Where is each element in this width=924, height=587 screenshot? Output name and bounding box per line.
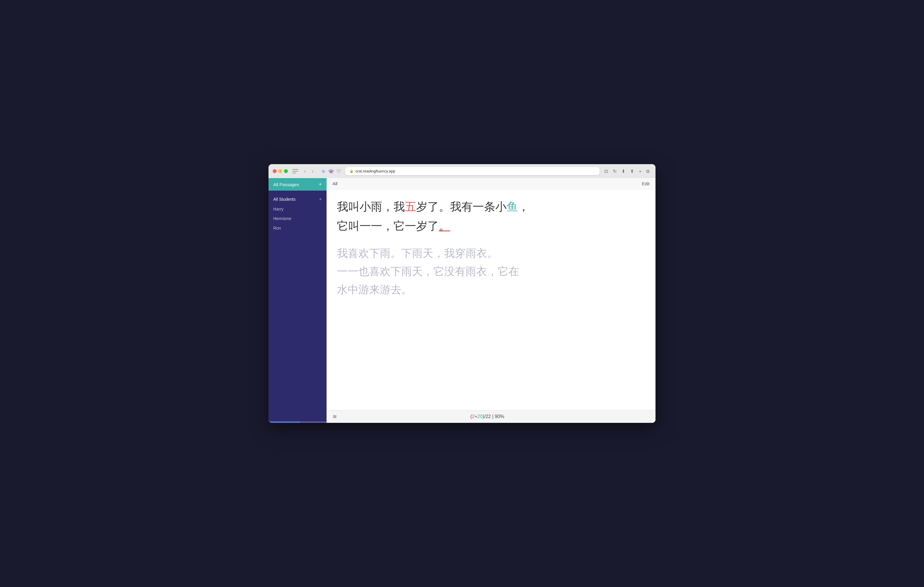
extension-icons: ⊕ 👾 🛡 <box>320 168 342 174</box>
passage-text-mid1: 岁了。我有一条小 <box>416 201 507 213</box>
browser-action-icons: ⊡ ↻ ⬇ ⬆ + ⧉ <box>602 168 651 175</box>
sidebar-toggle-icon <box>292 169 298 173</box>
traffic-light-yellow[interactable] <box>278 169 282 173</box>
translate-button[interactable]: ⊡ <box>602 168 610 175</box>
sidebar-item-label: All Students <box>273 197 295 202</box>
reload-button[interactable]: ↻ <box>611 168 619 175</box>
traffic-light-red[interactable] <box>273 169 277 173</box>
traffic-light-green[interactable] <box>284 169 288 173</box>
download-button[interactable]: ⬇ <box>620 168 627 175</box>
passage-line-2: 它叫一一，它一岁了。 <box>337 217 645 235</box>
main-header-title: All <box>333 181 338 186</box>
address-bar[interactable]: 🔒 oral.readingfluency.app <box>345 167 600 175</box>
sidebar: All Passages + All Students + Harry Herm… <box>269 178 327 423</box>
passage-secondary-line3: 水中游来游去。 <box>337 280 645 299</box>
stats-error-count: 2 <box>472 414 475 419</box>
extension-icon-1[interactable]: ⊕ <box>320 168 327 174</box>
passage-highlight-red: 五 <box>405 201 416 213</box>
sidebar-item-hermione[interactable]: Hermione <box>269 214 327 223</box>
sidebar-progress-bar <box>269 421 327 423</box>
passage-secondary: 我喜欢下雨。下雨天，我穿雨衣。 一一也喜欢下雨天，它没有雨衣，它在 水中游来游去… <box>337 244 645 299</box>
sidebar-item-harry[interactable]: Harry <box>269 204 327 214</box>
passage-secondary-line2: 一一也喜欢下雨天，它没有雨衣，它在 <box>337 262 645 280</box>
sidebar-progress-fill <box>269 421 300 423</box>
passage-area: 我叫小雨，我五岁了。我有一条小鱼， 它叫一一，它一岁了。 我喜欢下雨。下雨天，我… <box>327 189 655 410</box>
browser-window: ‹ › ⊕ 👾 🛡 🔒 oral.readingfluency.app ⊡ ↻ … <box>269 164 655 423</box>
sidebar-item-label: Ron <box>273 226 281 230</box>
bottom-bar: ≋ (2+20)/22 | 90% <box>327 410 655 423</box>
lock-icon: 🔒 <box>350 169 354 173</box>
sidebar-header-title: All Passages <box>273 182 299 187</box>
stats-operator: + <box>475 414 477 419</box>
passage-highlight-teal: 鱼 <box>507 201 518 213</box>
extension-icon-2[interactable]: 👾 <box>328 168 335 174</box>
wave-icon: ≋ <box>333 413 337 420</box>
sidebar-item-add-icon[interactable]: + <box>319 197 322 202</box>
passage-text-line2-pre: 它叫一一，它一岁了 <box>337 220 439 232</box>
passage-text-post1: ， <box>518 201 529 213</box>
traffic-lights <box>273 169 288 173</box>
sidebar-item-all-students[interactable]: All Students + <box>269 194 327 204</box>
passage-underline: 。 <box>439 220 450 232</box>
tab-overview-button[interactable]: ⧉ <box>645 168 651 175</box>
extension-icon-3[interactable]: 🛡 <box>336 168 342 174</box>
passage-secondary-line1: 我喜欢下雨。下雨天，我穿雨衣。 <box>337 244 645 262</box>
main-content: All Edit 我叫小雨，我五岁了。我有一条小鱼， 它叫一一，它一岁了。 我喜… <box>327 178 655 423</box>
browser-chrome: ‹ › ⊕ 👾 🛡 🔒 oral.readingfluency.app ⊡ ↻ … <box>269 164 655 178</box>
sidebar-toggle-button[interactable] <box>291 168 300 174</box>
passage-line-1: 我叫小雨，我五岁了。我有一条小鱼， <box>337 198 645 215</box>
main-header: All Edit <box>327 178 655 189</box>
passage-text-pre1: 我叫小雨，我 <box>337 201 405 213</box>
stats-text: (2+20)/22 | 90% <box>470 414 504 419</box>
share-button[interactable]: ⬆ <box>629 168 636 175</box>
sidebar-header: All Passages + <box>269 178 327 191</box>
url-text: oral.readingfluency.app <box>355 169 395 173</box>
sidebar-nav: All Students + Harry Hermione Ron <box>269 191 327 421</box>
browser-back-button[interactable]: ‹ <box>303 168 307 175</box>
app-content: All Passages + All Students + Harry Herm… <box>269 178 655 423</box>
sidebar-item-ron[interactable]: Ron <box>269 223 327 233</box>
address-bar-row: 🔒 oral.readingfluency.app <box>345 167 600 175</box>
stats-post: )/22 | 90% <box>483 414 504 419</box>
stats-correct-count: 20 <box>477 414 483 419</box>
sidebar-item-label: Harry <box>273 207 284 211</box>
edit-button[interactable]: Edit <box>642 181 650 186</box>
sidebar-item-label: Hermione <box>273 216 291 221</box>
browser-forward-button[interactable]: › <box>310 168 315 175</box>
new-tab-button[interactable]: + <box>637 168 643 175</box>
sidebar-add-passage-button[interactable]: + <box>318 182 322 187</box>
